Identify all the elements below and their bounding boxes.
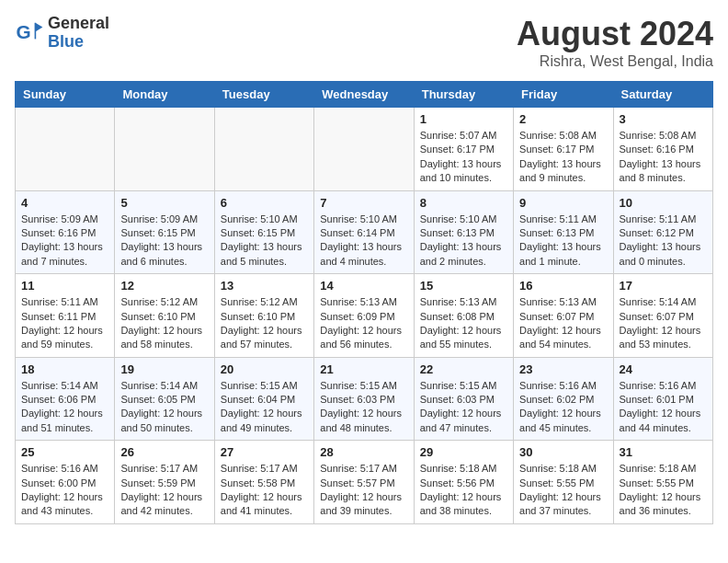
calendar-cell: 30Sunrise: 5:18 AM Sunset: 5:55 PM Dayli… (514, 441, 613, 524)
day-info: Sunrise: 5:17 AM Sunset: 5:59 PM Dayligh… (120, 462, 208, 519)
day-info: Sunrise: 5:12 AM Sunset: 6:10 PM Dayligh… (221, 295, 308, 352)
calendar-cell: 20Sunrise: 5:15 AM Sunset: 6:04 PM Dayli… (214, 357, 313, 441)
day-info: Sunrise: 5:08 AM Sunset: 6:16 PM Dayligh… (620, 129, 707, 186)
calendar-table: SundayMondayTuesdayWednesdayThursdayFrid… (15, 81, 713, 524)
calendar-header: SundayMondayTuesdayWednesdayThursdayFrid… (16, 82, 713, 108)
logo-icon: G (15, 18, 44, 48)
calendar-cell: 1Sunrise: 5:07 AM Sunset: 6:17 PM Daylig… (414, 108, 513, 191)
day-number: 21 (320, 362, 407, 376)
day-info: Sunrise: 5:11 AM Sunset: 6:12 PM Dayligh… (620, 213, 707, 270)
day-number: 12 (120, 279, 208, 293)
day-info: Sunrise: 5:15 AM Sunset: 6:04 PM Dayligh… (221, 379, 308, 436)
calendar-week-5: 25Sunrise: 5:16 AM Sunset: 6:00 PM Dayli… (16, 441, 713, 524)
day-number: 11 (21, 279, 108, 293)
calendar-cell: 18Sunrise: 5:14 AM Sunset: 6:06 PM Dayli… (16, 357, 115, 441)
day-number: 16 (519, 279, 607, 293)
calendar-cell (16, 108, 115, 191)
day-number: 10 (620, 196, 707, 210)
day-number: 15 (420, 279, 507, 293)
calendar-cell: 7Sunrise: 5:10 AM Sunset: 6:14 PM Daylig… (314, 190, 414, 274)
calendar-cell: 12Sunrise: 5:12 AM Sunset: 6:10 PM Dayli… (115, 274, 214, 358)
calendar-cell: 15Sunrise: 5:13 AM Sunset: 6:08 PM Dayli… (414, 274, 513, 358)
day-number: 6 (221, 196, 308, 210)
day-info: Sunrise: 5:10 AM Sunset: 6:15 PM Dayligh… (221, 213, 308, 270)
calendar-cell: 17Sunrise: 5:14 AM Sunset: 6:07 PM Dayli… (613, 274, 712, 358)
day-info: Sunrise: 5:17 AM Sunset: 5:57 PM Dayligh… (320, 462, 407, 519)
day-info: Sunrise: 5:14 AM Sunset: 6:07 PM Dayligh… (620, 295, 707, 352)
calendar-cell (214, 108, 313, 191)
day-info: Sunrise: 5:12 AM Sunset: 6:10 PM Dayligh… (120, 295, 208, 352)
day-number: 8 (420, 196, 507, 210)
day-info: Sunrise: 5:18 AM Sunset: 5:56 PM Dayligh… (420, 462, 507, 519)
day-info: Sunrise: 5:10 AM Sunset: 6:13 PM Dayligh… (420, 213, 507, 270)
day-info: Sunrise: 5:14 AM Sunset: 6:05 PM Dayligh… (120, 379, 208, 436)
weekday-header-saturday: Saturday (613, 82, 712, 108)
day-info: Sunrise: 5:16 AM Sunset: 6:00 PM Dayligh… (21, 462, 108, 519)
logo-blue: Blue (48, 32, 84, 51)
calendar-cell (115, 108, 214, 191)
day-number: 9 (519, 196, 607, 210)
calendar-cell: 16Sunrise: 5:13 AM Sunset: 6:07 PM Dayli… (514, 274, 613, 358)
calendar-week-2: 4Sunrise: 5:09 AM Sunset: 6:16 PM Daylig… (16, 190, 713, 274)
svg-rect-2 (35, 23, 37, 40)
page-subtitle: Rishra, West Bengal, India (517, 53, 713, 70)
calendar-cell: 10Sunrise: 5:11 AM Sunset: 6:12 PM Dayli… (613, 190, 712, 274)
day-number: 23 (519, 362, 607, 376)
svg-text:G: G (17, 21, 31, 42)
day-number: 25 (21, 445, 108, 459)
calendar-cell: 26Sunrise: 5:17 AM Sunset: 5:59 PM Dayli… (115, 441, 214, 524)
calendar-cell: 2Sunrise: 5:08 AM Sunset: 6:17 PM Daylig… (514, 108, 613, 191)
svg-marker-1 (35, 23, 42, 32)
weekday-header-thursday: Thursday (414, 82, 513, 108)
day-number: 19 (120, 362, 208, 376)
day-number: 24 (620, 362, 707, 376)
day-info: Sunrise: 5:15 AM Sunset: 6:03 PM Dayligh… (420, 379, 507, 436)
calendar-cell: 14Sunrise: 5:13 AM Sunset: 6:09 PM Dayli… (314, 274, 414, 358)
day-info: Sunrise: 5:15 AM Sunset: 6:03 PM Dayligh… (320, 379, 407, 436)
day-info: Sunrise: 5:16 AM Sunset: 6:02 PM Dayligh… (519, 379, 607, 436)
day-number: 14 (320, 279, 407, 293)
weekday-header-monday: Monday (115, 82, 214, 108)
day-number: 4 (21, 196, 108, 210)
day-info: Sunrise: 5:13 AM Sunset: 6:08 PM Dayligh… (420, 295, 507, 352)
day-info: Sunrise: 5:09 AM Sunset: 6:16 PM Dayligh… (21, 213, 108, 270)
page-header: G General Blue August 2024 Rishra, West … (15, 15, 713, 70)
calendar-week-1: 1Sunrise: 5:07 AM Sunset: 6:17 PM Daylig… (16, 108, 713, 191)
day-number: 22 (420, 362, 507, 376)
day-info: Sunrise: 5:07 AM Sunset: 6:17 PM Dayligh… (420, 129, 507, 186)
day-number: 27 (221, 445, 308, 459)
calendar-cell: 23Sunrise: 5:16 AM Sunset: 6:02 PM Dayli… (514, 357, 613, 441)
weekday-header-tuesday: Tuesday (214, 82, 313, 108)
day-info: Sunrise: 5:13 AM Sunset: 6:07 PM Dayligh… (519, 295, 607, 352)
day-number: 20 (221, 362, 308, 376)
day-info: Sunrise: 5:13 AM Sunset: 6:09 PM Dayligh… (320, 295, 407, 352)
calendar-cell: 31Sunrise: 5:18 AM Sunset: 5:55 PM Dayli… (613, 441, 712, 524)
calendar-body: 1Sunrise: 5:07 AM Sunset: 6:17 PM Daylig… (16, 108, 713, 524)
calendar-cell: 6Sunrise: 5:10 AM Sunset: 6:15 PM Daylig… (214, 190, 313, 274)
calendar-cell: 8Sunrise: 5:10 AM Sunset: 6:13 PM Daylig… (414, 190, 513, 274)
calendar-cell: 29Sunrise: 5:18 AM Sunset: 5:56 PM Dayli… (414, 441, 513, 524)
day-info: Sunrise: 5:18 AM Sunset: 5:55 PM Dayligh… (620, 462, 707, 519)
day-info: Sunrise: 5:08 AM Sunset: 6:17 PM Dayligh… (519, 129, 607, 186)
day-number: 17 (620, 279, 707, 293)
day-number: 26 (120, 445, 208, 459)
calendar-cell: 11Sunrise: 5:11 AM Sunset: 6:11 PM Dayli… (16, 274, 115, 358)
day-number: 1 (420, 112, 507, 126)
day-info: Sunrise: 5:09 AM Sunset: 6:15 PM Dayligh… (120, 213, 208, 270)
day-info: Sunrise: 5:16 AM Sunset: 6:01 PM Dayligh… (620, 379, 707, 436)
title-block: August 2024 Rishra, West Bengal, India (517, 15, 713, 70)
day-info: Sunrise: 5:17 AM Sunset: 5:58 PM Dayligh… (221, 462, 308, 519)
calendar-week-4: 18Sunrise: 5:14 AM Sunset: 6:06 PM Dayli… (16, 357, 713, 441)
calendar-cell: 19Sunrise: 5:14 AM Sunset: 6:05 PM Dayli… (115, 357, 214, 441)
weekday-header-friday: Friday (514, 82, 613, 108)
weekday-header-sunday: Sunday (16, 82, 115, 108)
logo-general: General (48, 14, 109, 32)
day-number: 29 (420, 445, 507, 459)
calendar-cell: 5Sunrise: 5:09 AM Sunset: 6:15 PM Daylig… (115, 190, 214, 274)
calendar-cell: 3Sunrise: 5:08 AM Sunset: 6:16 PM Daylig… (613, 108, 712, 191)
day-number: 5 (120, 196, 208, 210)
day-info: Sunrise: 5:10 AM Sunset: 6:14 PM Dayligh… (320, 213, 407, 270)
day-number: 28 (320, 445, 407, 459)
calendar-cell (314, 108, 414, 191)
day-number: 7 (320, 196, 407, 210)
